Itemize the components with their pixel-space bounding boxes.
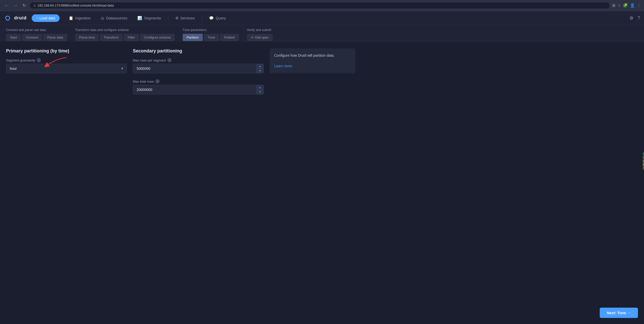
secondary-partitioning-title: Secondary partitioning	[133, 48, 264, 54]
nav-segments-label: Segments	[144, 16, 161, 20]
step-group-connect-label: Connect and parse raw data	[6, 28, 67, 32]
scroll-seg-2	[643, 156, 643, 159]
max-total-rows-input-wrapper: ▲ ▼	[133, 85, 264, 94]
logo: druid	[4, 14, 27, 22]
scroll-indicator	[642, 152, 644, 172]
max-total-rows-decrement[interactable]: ▼	[256, 90, 263, 94]
segment-granularity-container: hour SECOND MINUTE FIVE_MINUTE TEN_MINUT…	[6, 64, 127, 73]
datasources-icon: 🗂	[101, 16, 104, 20]
main-content: Primary partitioning (by time) Segment g…	[0, 41, 644, 108]
max-total-rows-info-icon[interactable]: i	[155, 79, 159, 83]
nav-separator	[168, 15, 168, 22]
step-btn-parse-time[interactable]: Parse time	[75, 34, 99, 41]
top-nav: druid ↑ Load data 📋 Ingestion 🗂 Datasour…	[0, 11, 644, 25]
url-text: 192.168.64.173:8888/unified-console.html…	[37, 4, 114, 7]
load-data-label: Load data	[39, 16, 55, 20]
segments-icon: 📊	[137, 16, 142, 20]
nav-ingestion-label: Ingestion	[75, 16, 91, 20]
step-btn-transform[interactable]: Transform	[100, 34, 123, 41]
nav-right-icons: ⚙ ?	[629, 15, 640, 21]
menu-icon[interactable]: ⋮	[637, 3, 641, 8]
nav-services[interactable]: ⚙ Services	[170, 14, 200, 22]
next-tune-button[interactable]: Next: Tune →	[600, 308, 638, 318]
load-data-button[interactable]: ↑ Load data	[32, 14, 60, 22]
segment-granularity-info-icon[interactable]: i	[37, 58, 41, 62]
logo-text: druid	[14, 15, 27, 21]
info-card-text: Configure how Druid will partition data.	[274, 53, 351, 58]
max-rows-decrement[interactable]: ▼	[256, 69, 263, 73]
max-total-rows-label-text: Max total rows	[133, 80, 154, 83]
primary-partitioning-panel: Primary partitioning (by time) Segment g…	[6, 48, 127, 101]
nav-datasources-label: Datasources	[106, 16, 127, 20]
step-btn-parse-data[interactable]: Parse data	[43, 34, 67, 41]
segment-granularity-select[interactable]: hour SECOND MINUTE FIVE_MINUTE TEN_MINUT…	[6, 64, 127, 73]
step-group-transform-label: Transform data and configure schema	[75, 28, 175, 32]
max-total-rows-label: Max total rows i	[133, 79, 264, 83]
step-groups: Connect and parse raw data Start Connect…	[6, 28, 638, 41]
edit-spec-label: Edit spec	[255, 36, 269, 39]
max-rows-spin-buttons: ▲ ▼	[256, 64, 263, 73]
extension-icon[interactable]: 🧩	[623, 3, 628, 8]
info-card: Configure how Druid will partition data.…	[270, 48, 355, 73]
max-rows-increment[interactable]: ▲	[256, 64, 263, 69]
step-btn-connect[interactable]: Connect	[22, 34, 42, 41]
nav-separator-2	[202, 15, 202, 22]
step-buttons-connect: Start Connect Parse data	[6, 34, 67, 41]
max-rows-input[interactable]	[133, 64, 264, 73]
scroll-seg-3	[643, 159, 643, 163]
max-rows-input-wrapper: ▲ ▼	[133, 64, 264, 73]
segment-granularity-select-wrapper: hour SECOND MINUTE FIVE_MINUTE TEN_MINUT…	[6, 64, 127, 73]
segment-granularity-group: Segment granularity i hour SECOND	[6, 58, 127, 73]
nav-datasources[interactable]: 🗂 Datasources	[96, 14, 132, 22]
step-buttons-tune: Partition Tune Publish	[183, 34, 239, 41]
scroll-seg-1	[643, 152, 643, 155]
services-icon: ⚙	[175, 16, 179, 20]
step-btn-start[interactable]: Start	[6, 34, 21, 41]
segment-granularity-label: Segment granularity i	[6, 58, 127, 62]
step-group-tune: Tune parameters Partition Tune Publish	[183, 28, 239, 41]
step-group-transform: Transform data and configure schema Pars…	[75, 28, 175, 41]
step-buttons-transform: Parse time Transform Filter Configure sc…	[75, 34, 175, 41]
step-btn-partition[interactable]: Partition	[183, 34, 203, 41]
step-btn-edit-spec[interactable]: ✏ Edit spec	[247, 34, 273, 41]
query-icon: 💬	[209, 16, 214, 20]
step-btn-publish[interactable]: Publish	[220, 34, 239, 41]
step-btn-tune[interactable]: Tune	[204, 34, 219, 41]
max-total-rows-increment[interactable]: ▲	[256, 85, 263, 90]
upload-icon: ↑	[36, 16, 38, 20]
forward-button[interactable]: →	[12, 3, 19, 8]
scroll-seg-5	[643, 167, 643, 170]
scroll-seg-4	[643, 163, 643, 166]
step-btn-configure-schema[interactable]: Configure schema	[140, 34, 175, 41]
step-group-verify-label: Verify and submit	[247, 28, 273, 32]
browser-chrome: ← → ↻ ⚠ 192.168.64.173:8888/unified-cons…	[0, 0, 644, 11]
settings-icon[interactable]: ⚙	[629, 15, 633, 21]
step-group-connect: Connect and parse raw data Start Connect…	[6, 28, 67, 41]
max-rows-label: Max rows per segment i	[133, 58, 264, 62]
max-rows-group: Max rows per segment i ▲ ▼	[133, 58, 264, 73]
help-icon[interactable]: ?	[637, 15, 640, 21]
nav-segments[interactable]: 📊 Segments	[132, 14, 166, 22]
max-rows-info-icon[interactable]: i	[168, 58, 172, 62]
secondary-partitioning-panel: Secondary partitioning Max rows per segm…	[133, 48, 264, 101]
step-nav: Connect and parse raw data Start Connect…	[0, 25, 644, 41]
bookmark-icon[interactable]: ☆	[617, 3, 621, 8]
segment-granularity-label-text: Segment granularity	[6, 58, 35, 62]
step-btn-filter[interactable]: Filter	[124, 34, 139, 41]
primary-partitioning-title: Primary partitioning (by time)	[6, 48, 127, 54]
nav-services-label: Services	[180, 16, 195, 20]
translate-icon[interactable]: ⊞	[612, 3, 615, 8]
nav-ingestion[interactable]: 📋 Ingestion	[64, 14, 96, 22]
step-group-verify: Verify and submit ✏ Edit spec	[247, 28, 273, 41]
nav-query[interactable]: 💬 Query	[204, 14, 231, 22]
next-button-wrapper: Next: Tune →	[600, 308, 638, 318]
info-panel: Configure how Druid will partition data.…	[270, 48, 355, 101]
browser-toolbar: ⊞ ☆ 🧩 👤 ⋮	[612, 3, 641, 8]
reload-button[interactable]: ↻	[21, 3, 27, 8]
profile-icon[interactable]: 👤	[630, 3, 635, 8]
back-button[interactable]: ←	[3, 3, 10, 8]
learn-more-link[interactable]: Learn more	[274, 64, 292, 68]
max-total-rows-input[interactable]	[133, 85, 264, 94]
address-bar[interactable]: ⚠ 192.168.64.173:8888/unified-console.ht…	[29, 2, 610, 9]
nav-menu: 📋 Ingestion 🗂 Datasources 📊 Segments ⚙ S…	[64, 14, 629, 22]
